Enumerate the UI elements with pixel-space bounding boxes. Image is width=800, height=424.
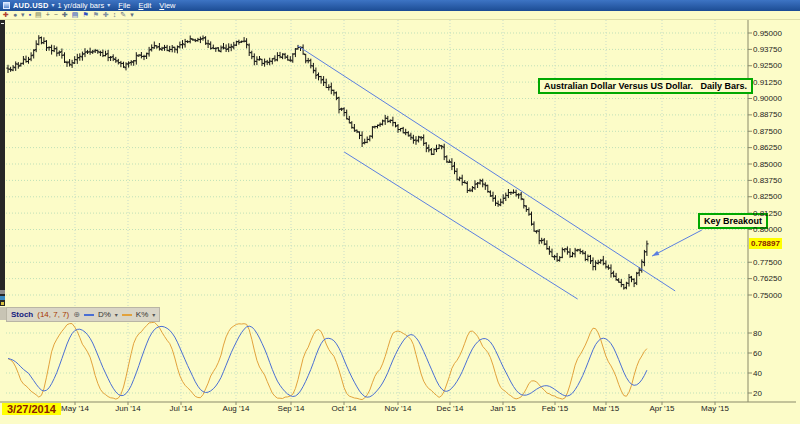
d-series-label: D%: [98, 310, 111, 319]
price-bars: [6, 35, 648, 289]
price-axis-label: 0.88750: [753, 110, 797, 119]
price-axis-label: 0.95000: [753, 29, 797, 38]
price-axis-label: 0.93750: [753, 45, 797, 54]
month-label: Sep '14: [269, 404, 313, 413]
last-price-tag: 0.78897: [749, 238, 782, 249]
stoch-k-line: [8, 322, 647, 399]
stoch-label: Stoch: [11, 310, 33, 319]
d-series-caret-icon[interactable]: ▾: [115, 311, 118, 318]
chart-window: AUD.USD ▾ 1 yr/daily bars ▾ File Edit Vi…: [0, 0, 800, 424]
month-label: May '15: [693, 404, 737, 413]
price-axis-label: 0.75000: [753, 291, 797, 300]
price-axis-label: 0.85000: [753, 160, 797, 169]
month-label: Nov '14: [376, 404, 420, 413]
price-axis-label: 0.76250: [753, 274, 797, 283]
month-label: Apr '15: [640, 404, 684, 413]
month-label: Dec '14: [428, 404, 472, 413]
k-series-caret-icon[interactable]: ▾: [152, 311, 155, 318]
price-axis-label: 0.87500: [753, 127, 797, 136]
stoch-axis-label: 80: [753, 329, 762, 338]
stoch-axis-label: 40: [753, 369, 762, 378]
month-label: Jun '14: [106, 404, 150, 413]
month-label: Aug '14: [214, 404, 258, 413]
panel-arrow-icon[interactable]: [0, 296, 5, 300]
month-label: Jan '15: [481, 404, 525, 413]
month-label: Jul '14: [159, 404, 203, 413]
month-label: Feb '15: [533, 404, 577, 413]
month-label: Mar '15: [584, 404, 628, 413]
panel-grip-icon[interactable]: [0, 290, 5, 294]
price-axis-label: 0.81250: [753, 209, 797, 218]
stoch-axis-label: 20: [753, 389, 762, 398]
month-label: May '14: [53, 404, 97, 413]
stoch-d-line: [8, 326, 647, 397]
panel-dot-icon[interactable]: [1, 302, 4, 305]
price-axis-label: 0.83750: [753, 176, 797, 185]
price-axis-label: 0.91250: [753, 78, 797, 87]
price-axis-label: 0.90000: [753, 94, 797, 103]
stoch-axis-label: 60: [753, 349, 762, 358]
chart-canvas: [0, 0, 800, 424]
k-line-swatch-icon: [122, 314, 132, 316]
stoch-params: (14, 7, 7): [37, 310, 69, 319]
price-axis-label: 0.86250: [753, 143, 797, 152]
price-axis-label: 0.92500: [753, 61, 797, 70]
price-axis-label: 0.80000: [753, 225, 797, 234]
d-line-swatch-icon: [84, 314, 94, 316]
price-axis-label: 0.82500: [753, 192, 797, 201]
stoch-settings-icon[interactable]: ⊕: [73, 310, 80, 319]
stoch-header[interactable]: Stoch (14, 7, 7) ⊕ D% ▾ K% ▾: [6, 307, 160, 322]
price-axis-label: 0.77500: [753, 258, 797, 267]
left-scrollbar[interactable]: [0, 20, 5, 306]
k-series-label: K%: [136, 310, 148, 319]
chart-note-box[interactable]: Australian Dollar Versus US Dollar. Dail…: [538, 78, 753, 94]
month-label: Oct '14: [322, 404, 366, 413]
scroll-notch-icon: [1, 23, 4, 24]
